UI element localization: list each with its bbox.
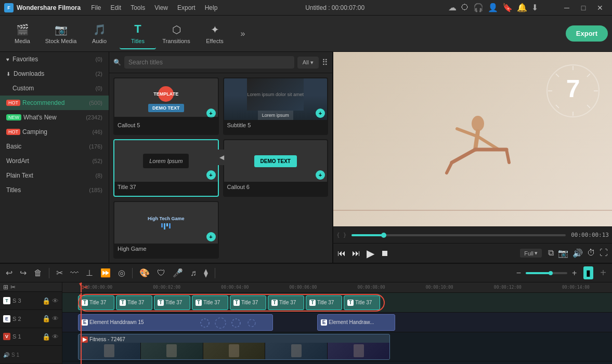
download-icon[interactable]: ⬇ — [531, 3, 538, 12]
zoom-in-button[interactable]: + — [569, 267, 579, 279]
start-marker-button[interactable]: ⊞ — [3, 284, 8, 291]
title-card-subtitle5[interactable]: Lorem ipsum dolor sit amet Lorem ipsum +… — [223, 77, 329, 135]
tool-transitions[interactable]: ⬡ Transitions — [158, 18, 194, 49]
sidebar-item-wordart[interactable]: WordArt (52) — [0, 154, 109, 168]
title-card-title37[interactable]: Lorem Ipsum + Title 37 — [113, 139, 219, 197]
minimize-button[interactable]: ─ — [559, 3, 575, 13]
title-clip-8[interactable]: T Title 37 — [344, 295, 380, 310]
play-button[interactable]: ▶ — [367, 247, 374, 260]
element-clip-2[interactable]: E Element Handraw... — [317, 314, 395, 331]
title-card-callout6[interactable]: DEMO TEXT + Callout 6 — [223, 139, 329, 197]
track2-lock[interactable]: 🔒 — [42, 315, 50, 322]
delete-button[interactable]: 🗑 — [31, 267, 45, 279]
scissors-button[interactable]: ✂ — [54, 266, 66, 279]
color-button[interactable]: 🎨 — [137, 266, 152, 279]
track1-eye[interactable]: 👁 — [52, 333, 59, 341]
title-card-highgame[interactable]: High Tech Game + High Game — [113, 201, 219, 259]
cloud-icon[interactable]: ☁ — [448, 3, 457, 12]
track1-lock[interactable]: 🔒 — [42, 333, 50, 341]
zoom-slider[interactable] — [526, 272, 567, 274]
sidebar-item-whats-new[interactable]: NEW What's New (2342) — [0, 110, 109, 125]
track2-eye[interactable]: 👁 — [52, 315, 59, 322]
speed-ramp-button[interactable]: ⏩ — [98, 266, 113, 279]
fullscreen-button[interactable]: ⛶ — [600, 248, 608, 258]
tool-audio[interactable]: 🎵 Audio — [81, 18, 118, 49]
search-input[interactable] — [124, 56, 294, 69]
menu-edit[interactable]: Edit — [106, 3, 125, 12]
step-back-button[interactable]: ⏭ — [352, 249, 360, 258]
zoom-out-button[interactable]: − — [514, 267, 524, 279]
grid-view-button[interactable]: ⠿ — [322, 58, 328, 68]
sidebar-item-recommended[interactable]: HOT Recommended (500) — [0, 96, 109, 110]
track3-eye[interactable]: 👁 — [52, 297, 59, 305]
sun-icon[interactable]: 🌣 — [461, 3, 469, 12]
filter-chevron-icon: ▾ — [310, 59, 314, 66]
bookmark-icon[interactable]: 🔖 — [502, 3, 513, 12]
title-clip-2[interactable]: T Title 37 — [116, 295, 152, 310]
keyframe-button[interactable]: ⧫ — [201, 266, 211, 279]
zoom-handle[interactable] — [549, 271, 553, 275]
sidebar-item-custom[interactable]: Custom (0) — [0, 81, 109, 96]
tool-titles[interactable]: T Titles — [120, 18, 156, 49]
title-clip-4[interactable]: T Title 37 — [192, 295, 228, 310]
maximize-button[interactable]: □ — [576, 3, 591, 13]
mask-button[interactable]: 🛡 — [154, 267, 168, 279]
sidebar-item-plain-text[interactable]: Plain Text (8) — [0, 168, 109, 183]
tool-media[interactable]: 🎬 Media — [4, 18, 41, 49]
pip-button[interactable]: ⧉ — [548, 248, 554, 258]
tool-stock-media[interactable]: 📷 Stock Media — [43, 18, 79, 49]
track3-number: S 3 — [12, 298, 21, 304]
track1-number: S 1 — [12, 333, 21, 340]
add-track-button[interactable]: + — [597, 265, 609, 280]
progress-bar[interactable] — [351, 234, 566, 236]
quality-button[interactable]: Full ▾ — [520, 249, 542, 258]
menu-tools[interactable]: Tools — [126, 3, 149, 12]
skip-back-button[interactable]: ⏮ — [337, 249, 346, 258]
voice-button[interactable]: 🎤 — [170, 266, 186, 279]
speed-button[interactable]: ⏱ — [587, 248, 595, 258]
ruler-spacer: ⊞ ✂ — [0, 282, 62, 292]
timeline-end-button[interactable]: ▮ — [583, 266, 593, 279]
audio-duck-button[interactable]: ♬ — [188, 267, 199, 279]
ripple-button[interactable]: 〰 — [68, 267, 81, 279]
export-button[interactable]: Export — [566, 25, 608, 42]
title-clip-3[interactable]: T Title 37 — [154, 295, 190, 310]
title-clip-1[interactable]: T Title 37 — [78, 295, 114, 310]
sidebar-wordart-count: (52) — [92, 158, 102, 164]
bell-icon[interactable]: 🔔 — [517, 3, 527, 12]
split-audio-button[interactable]: ⊥ — [83, 266, 96, 279]
zoom-fill — [526, 272, 551, 274]
redo-button[interactable]: ↪ — [17, 266, 29, 279]
menu-view[interactable]: View — [150, 3, 172, 12]
title-clip-6[interactable]: T Title 37 — [268, 295, 304, 310]
toolbar-expand-button[interactable]: » — [235, 26, 251, 42]
screenshot-button[interactable]: 📷 — [558, 248, 568, 258]
volume-button[interactable]: 🔊 — [572, 248, 583, 258]
headset-icon[interactable]: 🎧 — [473, 3, 484, 12]
panel-collapse-button[interactable]: ◀ — [218, 150, 226, 165]
stop-button[interactable]: ⏹ — [381, 249, 389, 258]
menu-help[interactable]: Help — [201, 3, 222, 12]
title-card-callout5[interactable]: TEMPLATE DEMO TEXT + Callout 5 — [113, 77, 219, 135]
element-clip-1[interactable]: E Element Handdrawn 15 — [78, 314, 273, 331]
sidebar-item-camping[interactable]: HOT Camping (46) — [0, 125, 109, 139]
undo-button[interactable]: ↩ — [3, 266, 15, 279]
sidebar-item-favorites[interactable]: ♥ Favorites (0) — [0, 52, 109, 66]
sidebar-item-downloads[interactable]: ⬇ Downloads (2) — [0, 66, 109, 81]
avatar-icon[interactable]: 👤 — [488, 3, 498, 12]
filter-button[interactable]: All ▾ — [297, 57, 319, 69]
track3-lock[interactable]: 🔒 — [42, 297, 50, 305]
video-clip-1[interactable]: ▶ Fitness - 72467 — [78, 334, 390, 360]
tool-effects[interactable]: ✦ Effects — [197, 18, 233, 49]
progress-handle[interactable] — [381, 233, 386, 238]
sidebar-item-titles[interactable]: Titles (185) — [0, 183, 109, 197]
close-button[interactable]: ✕ — [592, 3, 608, 13]
title-clip-7[interactable]: T Title 37 — [306, 295, 342, 310]
title-clip-5[interactable]: T Title 37 — [230, 295, 266, 310]
stabilize-button[interactable]: ◎ — [115, 266, 128, 279]
effects-icon: ✦ — [211, 23, 219, 36]
menu-export[interactable]: Export — [173, 3, 200, 12]
scissors-tool-button[interactable]: ✂ — [10, 284, 16, 291]
sidebar-item-basic[interactable]: Basic (176) — [0, 139, 109, 154]
menu-file[interactable]: File — [87, 3, 105, 12]
